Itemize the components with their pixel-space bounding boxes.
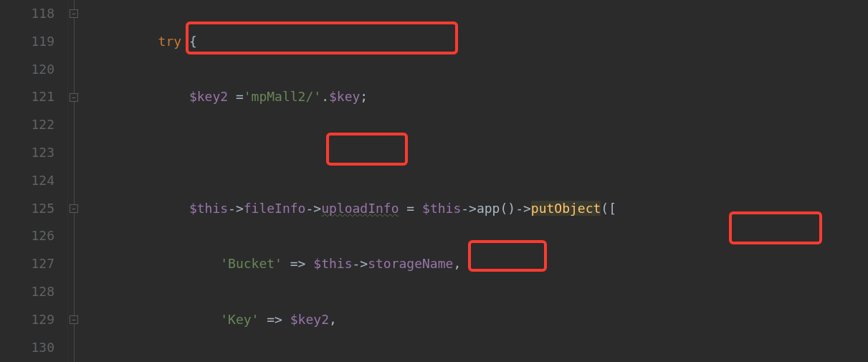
line-number: 122: [0, 111, 54, 139]
line-number: 125: [0, 195, 54, 223]
fold-marker-icon[interactable]: −: [70, 315, 78, 324]
code-line[interactable]: $this->fileInfo->uploadInfo = $this->app…: [88, 195, 647, 223]
line-number: 121: [0, 83, 54, 111]
code-line[interactable]: 'Key' => $key2,: [88, 306, 647, 334]
code-editor[interactable]: 118 119 120 121 122 123 124 125 126 127 …: [0, 0, 868, 362]
line-number: 118: [0, 0, 54, 28]
highlight-box: [729, 211, 822, 244]
line-number: 127: [0, 250, 54, 278]
fold-marker-icon[interactable]: −: [70, 93, 78, 102]
line-number: 123: [0, 139, 54, 167]
code-line[interactable]: 'Bucket' => $this->storageName,: [88, 250, 647, 278]
fold-marker-icon[interactable]: −: [70, 204, 78, 213]
code-line[interactable]: [88, 139, 647, 167]
fold-marker-icon[interactable]: −: [70, 9, 78, 18]
line-number: 124: [0, 167, 54, 195]
line-number: 120: [0, 56, 54, 84]
line-number: 129: [0, 306, 54, 334]
line-number-gutter: 118 119 120 121 122 123 124 125 126 127 …: [0, 0, 68, 362]
code-area[interactable]: try { $key2 ='mpMall2/'.$key; $this->fil…: [81, 0, 647, 362]
line-number: 128: [0, 278, 54, 306]
fold-column: − − − −: [68, 0, 81, 362]
code-line[interactable]: $key2 ='mpMall2/'.$key;: [88, 83, 647, 111]
line-number: 126: [0, 222, 54, 250]
code-line[interactable]: try {: [88, 28, 647, 56]
line-number: 130: [0, 334, 54, 362]
line-number: 119: [0, 28, 54, 56]
